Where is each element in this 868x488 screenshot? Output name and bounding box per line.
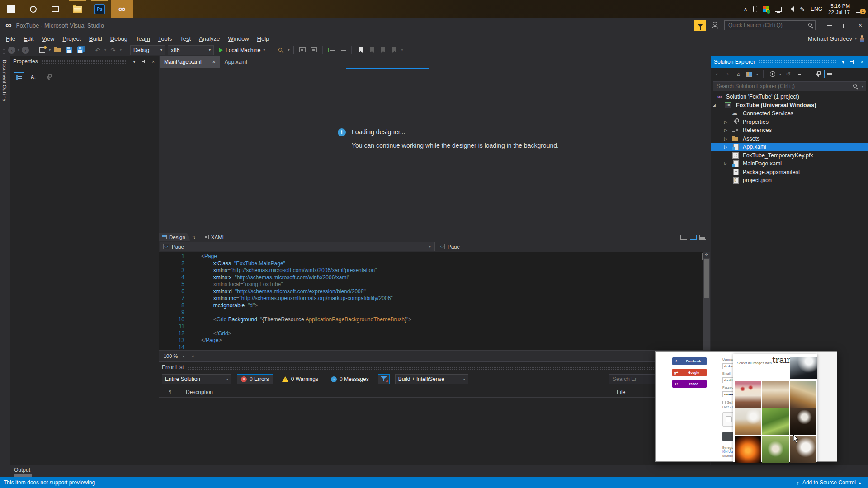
yahoo-login-button[interactable]: Y!Yahoo	[672, 380, 707, 388]
tab-app-xaml[interactable]: App.xaml	[221, 56, 251, 68]
clock[interactable]: 5:16 PM 22-Jul-17	[828, 3, 850, 15]
start-debugging-button[interactable]: Local Machine ▾	[216, 47, 268, 53]
show-all-files-button[interactable]	[824, 70, 835, 78]
chevron-down-icon[interactable]: ▾	[779, 72, 781, 76]
code-line-9[interactable]: 9	[159, 309, 710, 316]
new-dropdown-icon[interactable]: ▾	[49, 48, 51, 52]
captcha-image-pancakes-coffee[interactable]	[790, 381, 816, 408]
source-filter-dropdown[interactable]: Build + IntelliSense▾	[395, 374, 468, 384]
captcha-image-strawberry-cake[interactable]	[735, 381, 761, 408]
menu-build[interactable]: Build	[85, 33, 106, 44]
newsletter-checkbox[interactable]	[722, 401, 726, 404]
sync-with-active-document-button[interactable]: ↺	[784, 70, 792, 78]
properties-panel-header[interactable]: Properties ▾ ×	[10, 56, 159, 67]
tree-item-solution-foxtube-1-project-[interactable]: Solution 'FoxTube' (1 project)	[711, 93, 868, 101]
filter-button[interactable]	[378, 374, 390, 384]
new-project-button[interactable]	[38, 46, 47, 55]
menu-team[interactable]: Team	[132, 33, 154, 44]
error-list-header[interactable]: Error List	[159, 362, 710, 373]
expand-icon[interactable]: ▷	[724, 128, 727, 132]
redo-dropdown-icon[interactable]: ▾	[120, 48, 122, 52]
network-icon[interactable]	[775, 7, 782, 12]
sign-in-person-icon[interactable]	[711, 21, 719, 29]
description-column-header[interactable]: Description	[181, 389, 612, 395]
save-all-button[interactable]	[75, 46, 85, 55]
expand-icon[interactable]: ▷	[724, 161, 727, 166]
cortana-button[interactable]	[22, 0, 44, 18]
menu-debug[interactable]: Debug	[106, 33, 132, 44]
code-line-13[interactable]: 13</Page>	[159, 337, 710, 344]
alphabetical-sort-button[interactable]: A	[28, 72, 38, 81]
categorized-button[interactable]	[14, 72, 24, 81]
warnings-filter-button[interactable]: 0 Warnings	[278, 374, 322, 384]
tree-item-app-xaml[interactable]: ▷App.xaml	[711, 143, 868, 151]
file-explorer-button[interactable]	[66, 0, 89, 18]
messages-filter-button[interactable]: i0 Messages	[327, 374, 373, 384]
tab-design[interactable]: Design	[159, 233, 190, 241]
language-indicator[interactable]: ENG	[811, 6, 822, 12]
tab-mainpage-xaml[interactable]: MainPage.xaml ×	[160, 56, 220, 68]
tree-item-references[interactable]: ▷References	[711, 126, 868, 135]
menu-file[interactable]: File	[2, 33, 19, 44]
code-line-8[interactable]: 8mc:Ignorable="d">	[159, 302, 710, 310]
collapse-all-button[interactable]	[795, 70, 803, 78]
restore-button[interactable]	[838, 20, 852, 31]
redo-button[interactable]: ↷	[108, 46, 118, 55]
scrollbar-thumb[interactable]	[704, 259, 709, 298]
code-line-5[interactable]: 5xmlns:local="using:FoxTube"	[159, 281, 710, 288]
recaptcha-checkbox[interactable]	[726, 416, 732, 422]
pin-icon[interactable]	[205, 60, 209, 64]
xaml-code-editor[interactable]: 1<Page2x:Class="FoxTube.MainPage"3xmlns=…	[159, 252, 710, 350]
menu-view[interactable]: View	[38, 33, 58, 44]
code-line-7[interactable]: 7xmlns:mc="http://schemas.openxmlformats…	[159, 295, 710, 302]
menu-help[interactable]: Help	[253, 33, 274, 44]
code-line-6[interactable]: 6xmlns:d="http://schemas.microsoft.com/e…	[159, 288, 710, 296]
tree-item-connected-services[interactable]: Connected Services	[711, 109, 868, 118]
split-grip-icon[interactable]: ✛	[703, 252, 710, 258]
open-file-button[interactable]	[53, 46, 62, 55]
battery-icon[interactable]	[753, 6, 757, 12]
window-position-icon[interactable]: ▾	[131, 59, 137, 64]
back-button[interactable]: ‹	[713, 70, 721, 78]
file-column-header[interactable]: File	[612, 389, 625, 395]
chevron-down-icon[interactable]: ▾	[756, 72, 758, 76]
pin-icon[interactable]	[850, 59, 855, 65]
menu-project[interactable]: Project	[58, 33, 85, 44]
platform-dropdown[interactable]: x86▾	[168, 45, 214, 55]
tree-item-mainpage-xaml[interactable]: ▷MainPage.xaml	[711, 160, 868, 168]
clear-bookmarks-button[interactable]	[390, 46, 399, 55]
code-line-3[interactable]: 3xmlns="http://schemas.microsoft.com/win…	[159, 267, 710, 274]
find-dropdown-icon[interactable]: ▾	[288, 48, 289, 52]
back-dropdown-icon[interactable]: ▾	[18, 48, 19, 52]
expand-icon[interactable]: ▷	[724, 120, 727, 124]
hscroll-left-icon[interactable]: ◂	[192, 354, 194, 358]
navigate-back-button[interactable]: ‹	[8, 47, 15, 54]
menu-window[interactable]: Window	[224, 33, 253, 44]
navigate-forward-code-button[interactable]	[309, 46, 318, 55]
vertical-split-icon[interactable]	[680, 235, 687, 240]
property-pages-button[interactable]	[43, 72, 53, 81]
menu-edit[interactable]: Edit	[19, 33, 38, 44]
photoshop-button[interactable]: Ps	[89, 0, 111, 18]
tab-xaml[interactable]: XAML	[201, 233, 230, 241]
collapse-icon[interactable]: ◢	[712, 103, 716, 108]
close-icon[interactable]: ×	[150, 59, 156, 64]
undo-button[interactable]: ↶	[93, 46, 102, 55]
captcha-image-green-salad[interactable]	[762, 408, 789, 435]
visual-studio-button[interactable]: ∞	[111, 0, 133, 18]
code-line-4[interactable]: 4xmlns:x="http://schemas.microsoft.com/w…	[159, 274, 710, 282]
captcha-image-salad-bowl[interactable]	[762, 436, 789, 463]
pin-icon[interactable]	[141, 59, 146, 64]
user-account[interactable]: Michael Gordeev ▾	[808, 35, 868, 42]
output-tab[interactable]: Output	[14, 467, 30, 473]
toolbar-grip[interactable]	[3, 46, 5, 54]
minimize-button[interactable]	[823, 20, 836, 31]
configuration-dropdown[interactable]: Debug▾	[130, 45, 165, 55]
properties-button[interactable]	[813, 70, 821, 78]
tree-item-assets[interactable]: ▷Assets	[711, 135, 868, 143]
forward-button[interactable]: ›	[724, 70, 731, 78]
window-position-icon[interactable]: ▾	[840, 60, 846, 65]
pending-changes-filter-button[interactable]	[769, 70, 776, 78]
tree-item-foxtube-universal-windows-[interactable]: ◢FoxTube (Universal Windows)	[711, 101, 868, 110]
captcha-image-glowing-orange-bowl[interactable]	[735, 436, 761, 463]
